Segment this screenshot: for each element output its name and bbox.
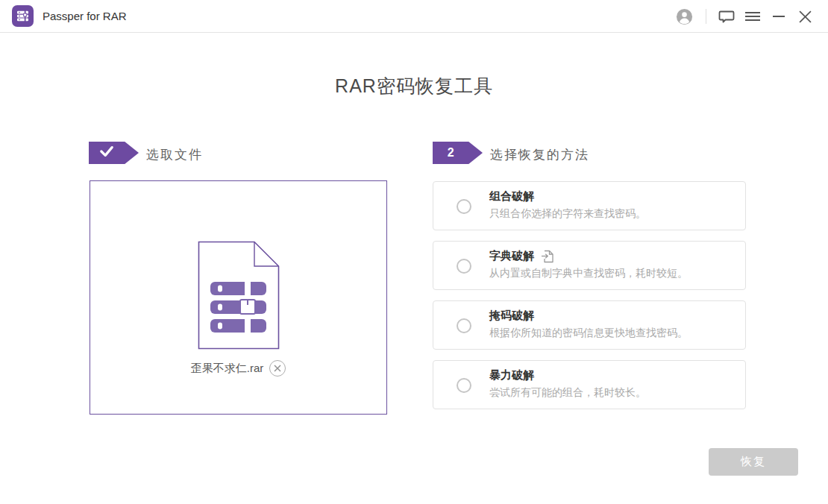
method-card-dictionary[interactable]: 字典破解 从内置或自制字典中查找密码，耗时较短。: [433, 241, 746, 290]
method-card-bruteforce[interactable]: 暴力破解 尝试所有可能的组合，耗时较长。: [433, 360, 746, 409]
step2-number: 2: [433, 146, 468, 160]
step1-badge: [89, 142, 139, 164]
step1-label: 选取文件: [146, 146, 203, 163]
check-icon: [89, 145, 125, 161]
method-description: 尝试所有可能的组合，耗时较长。: [489, 386, 646, 400]
method-card-mask[interactable]: 掩码破解 根据你所知道的密码信息更快地查找密码。: [433, 300, 746, 350]
method-description: 从内置或自制字典中查找密码，耗时较短。: [489, 267, 688, 280]
method-title: 掩码破解: [489, 309, 534, 323]
remove-file-button[interactable]: [269, 360, 286, 377]
step2-label: 选择恢复的方法: [490, 146, 589, 163]
rar-file-icon: [197, 241, 280, 353]
method-title: 组合破解: [489, 189, 534, 204]
recover-button[interactable]: 恢复: [709, 448, 798, 476]
page-title: RAR密码恢复工具: [0, 74, 828, 98]
feedback-chat-icon[interactable]: [716, 0, 737, 33]
radio-dictionary[interactable]: [457, 259, 471, 274]
selected-file-name: 歪果不求仁.rar: [191, 362, 264, 376]
method-title: 暴力破解: [489, 368, 534, 382]
import-dictionary-icon[interactable]: [541, 250, 553, 263]
method-title: 字典破解: [489, 249, 534, 263]
account-avatar-icon[interactable]: [674, 0, 694, 33]
radio-mask[interactable]: [457, 318, 471, 333]
method-description: 只组合你选择的字符来查找密码。: [489, 207, 646, 221]
close-icon[interactable]: [795, 0, 815, 33]
minimize-icon[interactable]: [770, 0, 788, 33]
method-description: 根据你所知道的密码信息更快地查找密码。: [489, 327, 688, 340]
titlebar-divider: [706, 9, 706, 24]
step2-badge: 2: [433, 142, 483, 164]
app-title: Passper for RAR: [43, 0, 127, 33]
app-logo-icon: [12, 5, 34, 27]
radio-bruteforce[interactable]: [457, 378, 471, 393]
titlebar: Passper for RAR: [0, 0, 828, 33]
selected-file-panel[interactable]: 歪果不求仁.rar: [90, 180, 387, 415]
radio-combination[interactable]: [457, 199, 471, 214]
method-card-combination[interactable]: 组合破解 只组合你选择的字符来查找密码。: [433, 181, 746, 230]
hamburger-menu-icon[interactable]: [743, 0, 762, 33]
